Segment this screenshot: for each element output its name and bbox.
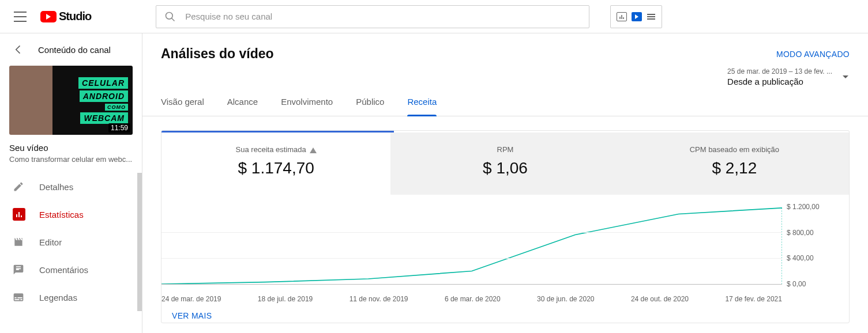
warning-icon (310, 147, 317, 153)
x-tick: 6 de mar. de 2020 (445, 295, 501, 303)
sidebar-item-label: Editor (39, 237, 62, 247)
youtube-play-icon (40, 11, 57, 22)
sidebar-item-subtitles[interactable]: Legendas (0, 283, 142, 311)
tab-label: Público (356, 97, 384, 107)
advanced-mode-link[interactable]: MODO AVANÇADO (776, 50, 850, 59)
sidebar-item-comments[interactable]: Comentários (0, 256, 142, 283)
kpi-value: $ 1.174,70 (167, 159, 385, 177)
top-bar: Studio (0, 0, 868, 33)
y-tick: $ 0,00 (787, 280, 849, 288)
hamburger-menu-button[interactable] (9, 7, 31, 27)
studio-wordmark: Studio (59, 10, 91, 23)
tab-label: Alcance (227, 97, 258, 107)
thumb-text-3: COMO (105, 104, 128, 111)
search-box[interactable] (156, 5, 589, 28)
page-title: Análises do vídeo (161, 46, 274, 62)
sidebar-item-label: Comentários (39, 265, 88, 275)
kpi-card: Sua receita estimada $ 1.174,70 RPM $ 1,… (161, 130, 850, 323)
kpi-value: $ 2,12 (626, 159, 843, 177)
kpi-estimated-revenue[interactable]: Sua receita estimada $ 1.174,70 (161, 133, 390, 195)
date-range-selector[interactable]: 25 de mar. de 2019 – 13 de fev. ... Desd… (727, 67, 850, 86)
sidebar-item-analytics[interactable]: Estatísticas (0, 200, 142, 228)
thumb-text-2: ANDROID (80, 90, 128, 102)
search-input[interactable] (185, 12, 581, 21)
hamburger-icon (14, 12, 27, 22)
tab-engagement[interactable]: Envolvimento (281, 88, 333, 116)
kpi-rpm[interactable]: RPM $ 1,06 (390, 133, 619, 195)
date-since-text: Desde a publicação (727, 77, 832, 86)
back-label: Conteúdo do canal (38, 45, 111, 55)
sidebar-item-label: Detalhes (39, 182, 73, 192)
kpi-value: $ 1,06 (396, 159, 614, 177)
subtitles-icon (13, 291, 25, 304)
video-title: Como transformar celular em webc... (9, 155, 133, 164)
y-tick: $ 800,00 (787, 229, 849, 237)
studio-logo[interactable]: Studio (40, 10, 91, 23)
x-tick: 11 de nov. de 2019 (350, 295, 408, 303)
sidebar-item-label: Estatísticas (39, 210, 84, 220)
tab-reach[interactable]: Alcance (227, 88, 258, 116)
x-tick: 24 de out. de 2020 (631, 295, 689, 303)
line-chart-svg (161, 206, 782, 284)
list-shortcut-icon (647, 12, 656, 21)
sidebar-item-label: Legendas (39, 293, 77, 302)
svg-point-0 (166, 12, 173, 19)
video-heading: Seu vídeo (9, 143, 133, 153)
tab-revenue[interactable]: Receita (407, 88, 437, 116)
thumbnail-duration: 11:59 (108, 123, 130, 133)
pencil-icon (13, 180, 25, 193)
sidebar-item-details[interactable]: Detalhes (0, 173, 142, 200)
see-more-link[interactable]: VER MAIS (161, 303, 849, 323)
chart-x-axis: 24 de mar. de 2019 18 de jul. de 2019 11… (161, 295, 782, 303)
analytics-shortcut-icon (617, 12, 627, 21)
revenue-chart: $ 1.200,00 $ 800,00 $ 400,00 $ 0,00 24 d… (161, 206, 849, 303)
tab-label: Receita (407, 97, 437, 107)
sidebar-item-editor[interactable]: Editor (0, 228, 142, 256)
account-quick-actions[interactable] (610, 5, 662, 28)
clapper-icon (13, 236, 25, 248)
kpi-label: RPM (497, 145, 514, 154)
x-tick: 18 de jul. de 2019 (258, 295, 313, 303)
tab-label: Visão geral (161, 97, 204, 107)
x-tick: 24 de mar. de 2019 (161, 295, 221, 303)
play-shortcut-icon (632, 12, 642, 21)
tab-label: Envolvimento (281, 97, 333, 107)
thumb-text-4: WEBCAM (80, 112, 128, 124)
analytics-icon (13, 208, 25, 221)
kpi-cpm[interactable]: CPM baseado em exibição $ 2,12 (620, 133, 849, 195)
y-tick: $ 400,00 (787, 254, 849, 262)
analytics-tabs: Visão geral Alcance Envolvimento Público… (142, 88, 868, 116)
comment-icon (13, 263, 25, 276)
back-arrow-icon (13, 44, 24, 55)
search-icon (164, 11, 176, 22)
x-tick: 30 de jun. de 2020 (537, 295, 594, 303)
tab-overview[interactable]: Visão geral (161, 88, 204, 116)
x-tick: 17 de fev. de 2021 (725, 295, 782, 303)
thumb-text-1: CELULAR (78, 77, 128, 89)
date-range-text: 25 de mar. de 2019 – 13 de fev. ... (727, 67, 832, 75)
sidebar: Conteúdo do canal CELULAR ANDROID COMO W… (0, 33, 142, 333)
chart-y-axis: $ 1.200,00 $ 800,00 $ 400,00 $ 0,00 (787, 203, 849, 288)
y-tick: $ 1.200,00 (787, 203, 849, 211)
kpi-label: Sua receita estimada (236, 145, 306, 154)
main-content: Análises do vídeo MODO AVANÇADO 25 de ma… (142, 33, 868, 333)
video-thumbnail[interactable]: CELULAR ANDROID COMO WEBCAM 11:59 (9, 66, 133, 135)
back-to-channel-content[interactable]: Conteúdo do canal (0, 33, 142, 66)
kpi-label: CPM baseado em exibição (690, 145, 779, 154)
chevron-down-icon (843, 75, 848, 78)
tab-audience[interactable]: Público (356, 88, 384, 116)
